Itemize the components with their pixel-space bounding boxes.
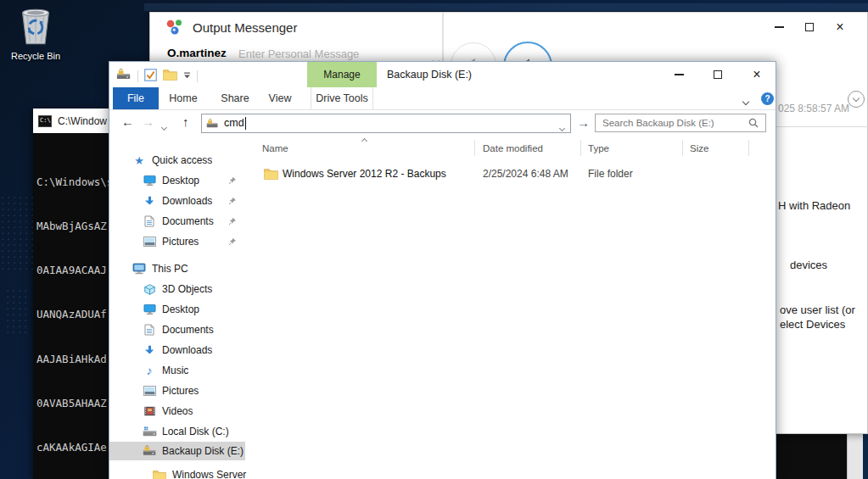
- sidebar-item-downloads[interactable]: Downloads: [109, 340, 249, 360]
- minimize-icon: [675, 74, 684, 75]
- address-dropdown-icon[interactable]: [560, 121, 564, 133]
- folder-icon: [264, 168, 278, 182]
- sidebar-label: Documents: [162, 324, 214, 336]
- column-divider[interactable]: [682, 140, 683, 156]
- file-type: File folder: [588, 168, 633, 180]
- file-date-modified: 2/25/2024 6:48 AM: [483, 168, 568, 180]
- sidebar-item-desktop[interactable]: Desktop: [109, 299, 249, 320]
- sidebar-item-pictures[interactable]: Pictures: [109, 381, 249, 401]
- 3d-objects-icon: [142, 284, 157, 295]
- desktop-icon: [142, 304, 157, 315]
- sidebar-item-pictures-qa[interactable]: Pictures: [109, 231, 249, 252]
- search-icon[interactable]: [748, 117, 759, 131]
- background-scrollbar-fragment[interactable]: [847, 434, 863, 479]
- terminal-title: C:\Window: [58, 115, 107, 127]
- desktop: Recycle Bin Output Messenger × O.martine…: [0, 0, 868, 479]
- messenger-logo-icon: [165, 18, 184, 40]
- explorer-minimize-button[interactable]: [659, 62, 698, 87]
- forward-button[interactable]: →: [142, 114, 154, 129]
- maximize-icon: [805, 23, 814, 31]
- terminal-line: 0AVAB5AHAAZ: [36, 396, 109, 410]
- recent-locations-icon[interactable]: [162, 120, 166, 132]
- messenger-minimize-button[interactable]: [767, 18, 791, 36]
- column-header-type[interactable]: Type: [588, 143, 609, 153]
- messenger-username: O.martinez: [167, 47, 227, 59]
- pictures-icon: [142, 386, 157, 396]
- documents-icon: [142, 215, 157, 227]
- messenger-title: Output Messenger: [193, 20, 297, 35]
- sidebar-item-quick-access[interactable]: ★ Quick access: [109, 150, 249, 170]
- terminal-output: C:\Windows\s MAbwBjAGsAZ 0AIAA9ACAAJ UAN…: [33, 133, 109, 479]
- sidebar-label: Downloads: [162, 344, 212, 356]
- sidebar-item-3d-objects[interactable]: 3D Objects: [109, 279, 249, 299]
- tab-view[interactable]: View: [260, 87, 300, 109]
- sidebar-label: Pictures: [162, 236, 199, 248]
- file-row[interactable]: Windows Server 2012 R2 - Backups 2/25/20…: [249, 165, 776, 184]
- text-caret: [245, 117, 246, 130]
- sidebar-item-documents-qa[interactable]: Documents: [109, 211, 249, 231]
- messenger-close-button[interactable]: ×: [828, 18, 852, 36]
- sidebar-item-local-disk-c[interactable]: Local Disk (C:): [109, 421, 249, 442]
- announcement-text-fragment: ove user list (or: [780, 304, 855, 316]
- sidebar-label: Documents: [162, 215, 214, 227]
- pictures-icon: [142, 237, 157, 247]
- quick-access-toolbar: [116, 68, 198, 84]
- maximize-icon: [714, 70, 722, 79]
- back-button[interactable]: ←: [121, 114, 134, 129]
- terminal-line: cAKAAkAGIAe: [36, 440, 109, 454]
- up-button[interactable]: ↑: [182, 114, 189, 129]
- column-header-size[interactable]: Size: [690, 143, 708, 153]
- qat-customize-icon[interactable]: [183, 70, 191, 82]
- ribbon-collapse-icon[interactable]: [743, 95, 748, 107]
- music-icon: ♪: [142, 364, 157, 377]
- sidebar-item-backup-disk-e[interactable]: Backaup Disk (E:): [109, 442, 245, 460]
- announcement-text-fragment: H with Radeon: [778, 199, 850, 212]
- tab-drive-tools[interactable]: Drive Tools: [311, 87, 373, 109]
- address-input[interactable]: cmd: [224, 117, 244, 129]
- column-header-name[interactable]: Name: [262, 143, 288, 153]
- new-folder-icon[interactable]: [163, 69, 177, 83]
- messenger-maximize-button[interactable]: [798, 18, 821, 36]
- videos-icon: [142, 406, 157, 416]
- drive-lock-icon[interactable]: [116, 68, 132, 84]
- terminal-line: AAJABiAHkAd: [36, 352, 109, 366]
- desktop-icon: [142, 175, 157, 187]
- terminal-titlebar[interactable]: C:\ C:\Window: [33, 109, 109, 133]
- column-header-date-modified[interactable]: Date modified: [483, 143, 543, 153]
- sidebar-label: Pictures: [162, 385, 199, 397]
- drive-icon: [206, 118, 219, 132]
- explorer-maximize-button[interactable]: [698, 62, 737, 87]
- tab-share[interactable]: Share: [213, 87, 257, 109]
- search-input[interactable]: Search Backaup Disk (E:): [602, 118, 714, 128]
- sidebar-label: Music: [162, 365, 188, 376]
- search-box[interactable]: Search Backaup Disk (E:): [595, 114, 766, 132]
- sidebar-item-windows-server-folder[interactable]: Windows Server 2: [109, 465, 249, 479]
- explorer-window-title: Backaup Disk (E:): [387, 62, 472, 87]
- sidebar-item-videos[interactable]: Videos: [109, 401, 249, 421]
- sidebar-item-this-pc[interactable]: This PC: [109, 259, 249, 279]
- personal-message-input[interactable]: Enter Personal Message: [238, 47, 359, 60]
- sidebar-item-downloads-qa[interactable]: Downloads: [109, 191, 249, 211]
- column-divider[interactable]: [474, 140, 475, 156]
- sidebar-item-desktop-qa[interactable]: Desktop: [109, 170, 249, 191]
- sidebar-label: Downloads: [162, 195, 212, 207]
- help-icon[interactable]: ?: [761, 92, 774, 105]
- tab-manage[interactable]: Manage: [307, 62, 377, 87]
- properties-check-icon[interactable]: [144, 69, 157, 84]
- explorer-close-button[interactable]: ×: [737, 62, 776, 87]
- terminal-line: UANQAzADUAf: [36, 307, 109, 321]
- messenger-panel-divider: [442, 13, 444, 62]
- go-to-button[interactable]: →: [577, 115, 590, 130]
- sidebar-item-music[interactable]: ♪ Music: [109, 360, 249, 381]
- minimize-icon: [775, 26, 784, 27]
- divider: [776, 126, 868, 127]
- recycle-bin-shortcut[interactable]: Recycle Bin: [10, 7, 61, 61]
- tab-home[interactable]: Home: [162, 87, 204, 109]
- column-divider[interactable]: [748, 140, 749, 156]
- explorer-titlebar[interactable]: Manage Backaup Disk (E:) ×: [109, 62, 776, 87]
- column-divider[interactable]: [580, 140, 581, 156]
- tab-file[interactable]: File: [113, 87, 159, 109]
- sidebar-item-documents[interactable]: Documents: [109, 320, 249, 340]
- address-bar[interactable]: cmd: [201, 114, 571, 133]
- collapse-chevron-icon[interactable]: [848, 91, 865, 108]
